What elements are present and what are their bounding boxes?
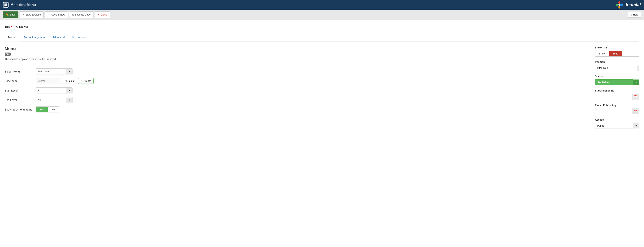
status-arrow-icon[interactable]: ▼ — [633, 80, 639, 85]
base-item-row: Base Item ⊡ Select ⊕ Create — [5, 78, 583, 84]
position-label: Position — [595, 60, 639, 64]
access-section: Access Public ▼ — [595, 118, 639, 129]
save-close-label: Save & Close — [26, 13, 41, 16]
position-arrow-icon[interactable]: ▼ — [637, 66, 639, 70]
tab-permissions[interactable]: Permissions — [68, 34, 90, 41]
content-area: Menu Site This module displays a menu on… — [5, 46, 639, 132]
save-icon: ✏️ — [6, 13, 9, 16]
show-title-label: Show Title — [595, 46, 639, 49]
start-publishing-calendar-icon[interactable]: 📅 — [632, 94, 639, 100]
access-dropdown[interactable]: Public ▼ — [595, 123, 639, 129]
status-section: Status Published ▼ — [595, 75, 639, 85]
tab-module[interactable]: Module — [5, 34, 20, 41]
save-new-label: Save & New — [51, 13, 65, 16]
svg-rect-2 — [4, 5, 6, 6]
start-publishing-wrap: 📅 — [595, 94, 639, 100]
end-level-control: All ▼ — [36, 97, 72, 103]
plus-icon: ＋ — [48, 13, 50, 16]
start-level-arrow-icon[interactable]: ▼ — [66, 88, 72, 93]
show-title-show-button[interactable]: Show — [595, 51, 609, 56]
select-menu-value: Main Menu — [36, 69, 66, 74]
end-level-label: End Level — [5, 98, 36, 102]
close-button[interactable]: ✕ Close — [94, 12, 110, 18]
select-menu-arrow-icon[interactable]: ▼ — [66, 69, 72, 74]
select-menu-control: Main Menu ▼ — [36, 68, 72, 74]
save-button[interactable]: ✏️ Save — [3, 12, 18, 18]
access-value: Public — [595, 123, 633, 128]
show-submenu-toggle: Yes No — [36, 106, 59, 112]
save-label: Save — [10, 13, 16, 16]
base-item-control: ⊡ Select ⊕ Create — [36, 78, 94, 84]
access-arrow-icon[interactable]: ▼ — [633, 123, 639, 128]
start-level-control: 1 ▼ — [36, 88, 72, 94]
start-publishing-section: Start Publishing 📅 — [595, 89, 639, 100]
show-title-hide-button[interactable]: Hide — [609, 51, 622, 56]
select-menu-dropdown[interactable]: Main Menu ▼ — [36, 68, 72, 74]
show-submenu-row: Show Sub-menu Items Yes No — [5, 106, 583, 112]
topbar: Modules: Menu Joomla! — [0, 0, 644, 10]
svg-point-7 — [616, 4, 619, 6]
topbar-left: Modules: Menu — [3, 2, 36, 8]
end-level-arrow-icon[interactable]: ▼ — [66, 98, 72, 102]
start-publishing-input[interactable] — [595, 94, 632, 100]
content-main: Menu Site This module displays a menu on… — [5, 46, 583, 132]
help-icon: ? — [630, 13, 632, 16]
save-copy-button[interactable]: ⧉ Save as Copy — [69, 12, 94, 18]
status-value: Published — [595, 80, 633, 85]
close-icon: ✕ — [98, 13, 100, 16]
status-dropdown[interactable]: Published ▼ — [595, 79, 639, 85]
no-toggle-button[interactable]: No — [48, 107, 59, 112]
title-row: Title * — [5, 24, 639, 30]
modules-icon — [3, 2, 8, 8]
start-level-row: Start Level 1 ▼ — [5, 88, 583, 94]
select-icon: ⊡ — [64, 80, 67, 82]
title-input[interactable] — [14, 24, 84, 30]
help-button[interactable]: ? Help — [628, 12, 641, 18]
module-description: This module displays a menu on the Front… — [5, 58, 583, 64]
svg-point-5 — [620, 4, 623, 6]
yes-toggle-button[interactable]: Yes — [36, 107, 48, 112]
base-item-input — [36, 78, 61, 84]
finish-publishing-calendar-icon[interactable]: 📅 — [632, 108, 639, 114]
select-button[interactable]: ⊡ Select — [62, 78, 77, 84]
show-title-section: Show Title Show Hide — [595, 46, 639, 56]
joomla-logo: Joomla! — [615, 1, 641, 8]
status-label: Status — [595, 75, 639, 78]
close-label: Close — [100, 13, 107, 16]
finish-publishing-label: Finish Publishing — [595, 104, 639, 107]
page-title: Modules: Menu — [10, 3, 36, 7]
tab-menu-assignment[interactable]: Menu Assignment — [20, 34, 49, 41]
access-label: Access — [595, 118, 639, 121]
joomla-brand: Joomla! — [624, 2, 641, 7]
save-new-button[interactable]: ＋ Save & New — [45, 12, 68, 18]
svg-point-8 — [618, 4, 620, 6]
start-publishing-label: Start Publishing — [595, 89, 639, 92]
position-input[interactable] — [595, 65, 632, 71]
end-level-row: End Level All ▼ — [5, 97, 583, 103]
svg-rect-0 — [4, 4, 6, 5]
create-button[interactable]: ⊕ Create — [78, 78, 94, 84]
position-clear-icon[interactable]: ✕ — [632, 65, 637, 71]
toolbar: ✏️ Save ✓ Save & Close ＋ Save & New ⧉ Sa… — [0, 10, 644, 20]
save-copy-label: Save as Copy — [75, 13, 90, 16]
tabs: Module Menu Assignment Advanced Permissi… — [5, 34, 639, 42]
position-section: Position ✕ ▼ — [595, 60, 639, 71]
joomla-logo-svg — [615, 1, 624, 8]
base-item-label: Base Item — [5, 80, 36, 82]
finish-publishing-input[interactable] — [595, 108, 632, 114]
svg-point-4 — [618, 1, 620, 4]
end-level-value: All — [36, 97, 66, 103]
start-level-dropdown[interactable]: 1 ▼ — [36, 88, 72, 94]
show-submenu-control: Yes No — [36, 106, 59, 112]
content-sidebar: Show Title Show Hide Position ✕ ▼ Status — [589, 46, 639, 132]
title-label: Title * — [5, 25, 12, 28]
show-title-toggle: Show Hide — [595, 50, 639, 56]
start-level-value: 1 — [36, 88, 66, 93]
save-close-button[interactable]: ✓ Save & Close — [20, 12, 44, 18]
module-name: Menu — [5, 46, 583, 51]
copy-icon: ⧉ — [72, 13, 74, 16]
end-level-dropdown[interactable]: All ▼ — [36, 97, 72, 103]
show-submenu-label: Show Sub-menu Items — [5, 108, 36, 111]
svg-rect-3 — [6, 5, 7, 6]
tab-advanced[interactable]: Advanced — [49, 34, 68, 41]
